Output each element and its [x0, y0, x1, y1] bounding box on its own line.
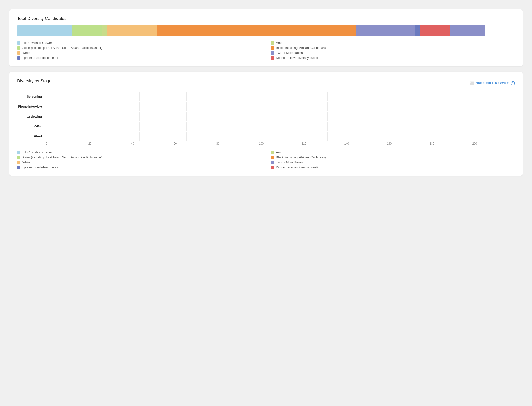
- open-full-report-button[interactable]: ⬜ OPEN FULL REPORT: [470, 81, 509, 85]
- legend-label: Arab: [276, 41, 282, 45]
- legend-swatch: [271, 156, 274, 159]
- legend-item: Did not receive diversity question: [271, 56, 515, 60]
- grid-line: [93, 122, 93, 130]
- legend-label: Asian (including: East Asian, South Asia…: [22, 46, 102, 50]
- grid-line: [233, 92, 233, 101]
- legend-swatch: [17, 156, 21, 159]
- grid-line: [327, 122, 328, 130]
- bar-segment: [450, 25, 485, 36]
- legend-label: I prefer to self-describe as: [22, 56, 58, 60]
- legend-item: Did not receive diversity question: [271, 166, 515, 169]
- grid-line: [374, 132, 374, 141]
- stage-row: Hired: [17, 132, 515, 141]
- bar-segment: [72, 25, 102, 36]
- legend-item: I don't wish to answer: [17, 41, 261, 45]
- legend-item: Two or More Races: [271, 160, 515, 164]
- grid-line: [374, 112, 374, 121]
- legend-label: Black (including: African, Caribbean): [276, 46, 326, 50]
- grid-line: [280, 92, 280, 101]
- x-axis-label: 100: [259, 142, 302, 145]
- x-axis-label: 20: [88, 142, 131, 145]
- stage-row: Screening: [17, 92, 515, 101]
- legend-swatch: [17, 56, 21, 60]
- grid-line: [186, 112, 187, 121]
- total-diversity-legend: I don't wish to answer Arab Asian (inclu…: [17, 41, 515, 60]
- grid-line: [93, 132, 93, 141]
- legend-swatch: [17, 166, 21, 169]
- grid-line: [421, 102, 421, 111]
- grid-line: [233, 102, 233, 111]
- open-full-report-label: OPEN FULL REPORT: [475, 81, 509, 85]
- x-axis-label: 80: [216, 142, 259, 145]
- stage-title: Diversity by Stage: [17, 79, 51, 84]
- legend-label: White: [22, 51, 30, 55]
- stage-row: Offer: [17, 122, 515, 130]
- grid-line: [93, 92, 93, 101]
- help-circle-button[interactable]: ?: [511, 81, 515, 86]
- legend-item: Asian (including: East Asian, South Asia…: [17, 156, 261, 159]
- open-report-icon: ⬜: [470, 81, 474, 85]
- bar-segment: [107, 25, 157, 36]
- grid-line: [468, 92, 468, 101]
- stage-bar-wrap: [46, 92, 515, 101]
- legend-swatch: [17, 151, 21, 154]
- stage-header: Diversity by Stage ⬜ OPEN FULL REPORT ?: [17, 79, 515, 88]
- grid-line: [374, 92, 374, 101]
- grid-line: [280, 122, 280, 130]
- x-axis-label: 200: [472, 142, 515, 145]
- grid-line: [233, 112, 233, 121]
- grid-line: [327, 132, 328, 141]
- grid-line: [515, 92, 515, 101]
- grid-line: [139, 122, 140, 130]
- total-diversity-card: Total Diversity Candidates I don't wish …: [9, 9, 523, 66]
- x-axis-label: 60: [174, 142, 216, 145]
- stage-label: Screening: [17, 95, 46, 98]
- grid-line: [515, 102, 515, 111]
- legend-item: I prefer to self-describe as: [17, 56, 261, 60]
- stage-label: Phone Interview: [17, 105, 46, 108]
- stage-rows: ScreeningPhone InterviewInterviewingOffe…: [17, 92, 515, 141]
- grid-line: [515, 132, 515, 141]
- diversity-by-stage-card: Diversity by Stage ⬜ OPEN FULL REPORT ? …: [9, 72, 523, 176]
- legend-label: Did not receive diversity question: [276, 166, 321, 169]
- legend-swatch: [17, 51, 21, 55]
- x-axis-label: 140: [344, 142, 387, 145]
- legend-label: I prefer to self-describe as: [22, 166, 58, 169]
- bar-segment: [157, 25, 356, 36]
- grid-line: [421, 132, 421, 141]
- bar-segment: [17, 25, 72, 36]
- bar-segment: [356, 25, 415, 36]
- legend-item: I don't wish to answer: [17, 151, 261, 154]
- grid-line: [93, 102, 93, 111]
- grid-line: [280, 112, 280, 121]
- grid-line: [93, 112, 93, 121]
- stage-bar-wrap: [46, 122, 515, 130]
- legend-swatch: [271, 41, 274, 45]
- grid-line: [421, 112, 421, 121]
- legend-item: Arab: [271, 151, 515, 154]
- legend-item: Black (including: African, Caribbean): [271, 156, 515, 159]
- grid-line: [139, 112, 140, 121]
- stage-bar-wrap: [46, 112, 515, 121]
- legend-item: Arab: [271, 41, 515, 45]
- legend-label: Two or More Races: [276, 160, 303, 164]
- legend-label: I don't wish to answer: [22, 151, 52, 154]
- grid-line: [374, 122, 374, 130]
- total-diversity-title: Total Diversity Candidates: [17, 16, 515, 21]
- legend-label: Black (including: African, Caribbean): [276, 156, 326, 159]
- legend-swatch: [271, 46, 274, 50]
- stage-label: Hired: [17, 135, 46, 138]
- grid-line: [46, 112, 46, 121]
- legend-label: Asian (including: East Asian, South Asia…: [22, 156, 102, 159]
- grid-line: [139, 102, 140, 111]
- grid-line: [139, 132, 140, 141]
- x-axis-label: 0: [46, 142, 88, 145]
- legend-swatch: [271, 151, 274, 154]
- legend-swatch: [17, 46, 21, 50]
- grid-line: [139, 92, 140, 101]
- grid-line: [374, 102, 374, 111]
- grid-line: [468, 112, 468, 121]
- stage-bar-wrap: [46, 132, 515, 141]
- legend-swatch: [271, 161, 274, 164]
- bar-segment: [415, 25, 420, 36]
